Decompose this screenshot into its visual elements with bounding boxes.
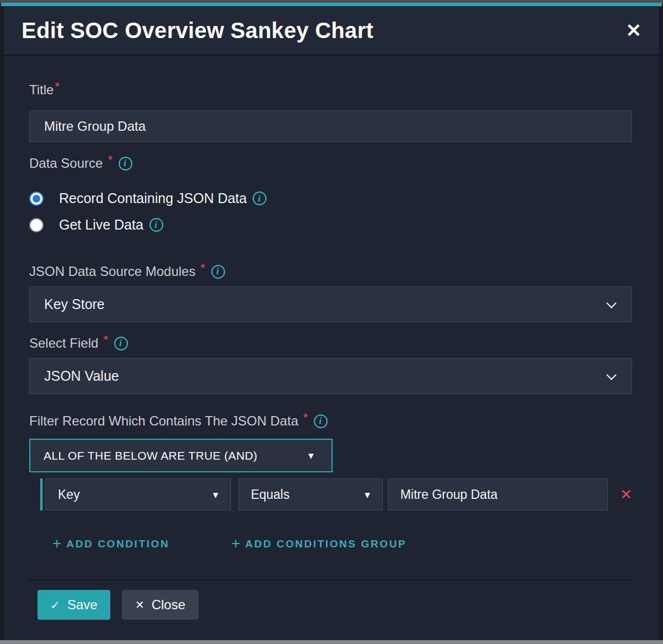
data-source-label-text: Data Source	[29, 155, 103, 172]
close-button-label: Close	[152, 597, 185, 613]
caret-down-icon: ▾	[213, 488, 218, 501]
condition-row: Key ▾ Equals ▾ ✕	[40, 478, 632, 510]
caret-down-icon: ▾	[308, 449, 314, 462]
required-asterisk: *	[200, 260, 205, 276]
json-modules-selected-value: Key Store	[44, 296, 105, 312]
radio-option-get-live-data[interactable]: Get Live Data i	[29, 217, 632, 233]
radio-option-record-json[interactable]: Record Containing JSON Data i	[29, 190, 632, 206]
modal-header: Edit SOC Overview Sankey Chart ✕	[4, 6, 659, 56]
info-icon[interactable]: i	[211, 265, 225, 279]
background-page-edge-bottom	[0, 640, 663, 644]
radio-option-label: Get Live Data	[59, 217, 143, 233]
info-icon[interactable]: i	[114, 337, 128, 350]
add-conditions-group-button[interactable]: + ADD CONDITIONS GROUP	[231, 535, 407, 553]
screen: Edit SOC Overview Sankey Chart ✕ Title* …	[0, 0, 663, 644]
required-asterisk: *	[103, 332, 108, 348]
data-source-label: Data Source* i	[29, 155, 632, 172]
radio-selected-icon[interactable]	[29, 191, 44, 206]
select-field-selected-value: JSON Value	[44, 368, 119, 384]
close-icon: ✕	[135, 599, 145, 610]
chevron-down-icon	[606, 298, 616, 308]
select-field-label-text: Select Field	[29, 335, 98, 352]
filter-label-text: Filter Record Which Contains The JSON Da…	[29, 413, 298, 429]
info-icon[interactable]: i	[119, 157, 132, 171]
filter-label: Filter Record Which Contains The JSON Da…	[29, 413, 632, 429]
save-button-label: Save	[67, 597, 98, 613]
title-label-text: Title	[29, 82, 54, 98]
add-condition-label: ADD CONDITION	[66, 538, 169, 550]
required-asterisk: *	[108, 152, 113, 168]
add-condition-button[interactable]: + ADD CONDITION	[52, 535, 169, 553]
filter-actions: + ADD CONDITION + ADD CONDITIONS GROUP	[52, 535, 632, 553]
condition-field-value: Key	[58, 487, 80, 502]
condition-value-input[interactable]	[388, 478, 608, 510]
plus-icon: +	[231, 535, 240, 552]
close-icon[interactable]: ✕	[626, 21, 642, 40]
check-icon: ✓	[50, 599, 60, 611]
condition-operator-select[interactable]: Equals ▾	[238, 478, 383, 510]
footer-actions: ✓ Save ✕ Close	[29, 590, 632, 620]
json-modules-select[interactable]: Key Store	[29, 286, 632, 322]
select-field-label: Select Field* i	[29, 335, 632, 352]
chevron-down-icon	[606, 370, 616, 380]
close-button[interactable]: ✕ Close	[122, 590, 199, 620]
save-button[interactable]: ✓ Save	[38, 590, 110, 620]
modal-body: Title* Data Source* i Record Containing …	[4, 56, 659, 640]
required-asterisk: *	[303, 409, 308, 426]
radio-unselected-icon[interactable]	[29, 218, 44, 232]
group-operator-select[interactable]: ALL OF THE BELOW ARE TRUE (AND) ▾	[29, 439, 333, 472]
add-conditions-group-label: ADD CONDITIONS GROUP	[245, 538, 407, 550]
edit-sankey-chart-modal: Edit SOC Overview Sankey Chart ✕ Title* …	[4, 6, 659, 640]
json-modules-label-text: JSON Data Source Modules	[29, 263, 195, 280]
condition-field-select[interactable]: Key ▾	[45, 478, 231, 510]
footer-divider	[29, 579, 632, 581]
group-operator-value: ALL OF THE BELOW ARE TRUE (AND)	[44, 449, 258, 462]
title-label: Title*	[29, 82, 632, 98]
remove-condition-icon[interactable]: ✕	[620, 486, 632, 503]
plus-icon: +	[52, 535, 61, 552]
condition-group-indent-bar	[40, 478, 42, 510]
page-title: Edit SOC Overview Sankey Chart	[22, 18, 373, 43]
info-icon[interactable]: i	[314, 414, 328, 428]
json-modules-label: JSON Data Source Modules* i	[29, 263, 632, 280]
radio-option-label: Record Containing JSON Data	[59, 190, 247, 206]
title-input[interactable]	[29, 110, 632, 142]
required-asterisk: *	[55, 78, 60, 95]
info-icon[interactable]: i	[149, 218, 163, 232]
condition-operator-value: Equals	[251, 487, 290, 502]
caret-down-icon: ▾	[365, 488, 370, 501]
info-icon[interactable]: i	[253, 191, 266, 205]
select-field-select[interactable]: JSON Value	[29, 358, 632, 394]
